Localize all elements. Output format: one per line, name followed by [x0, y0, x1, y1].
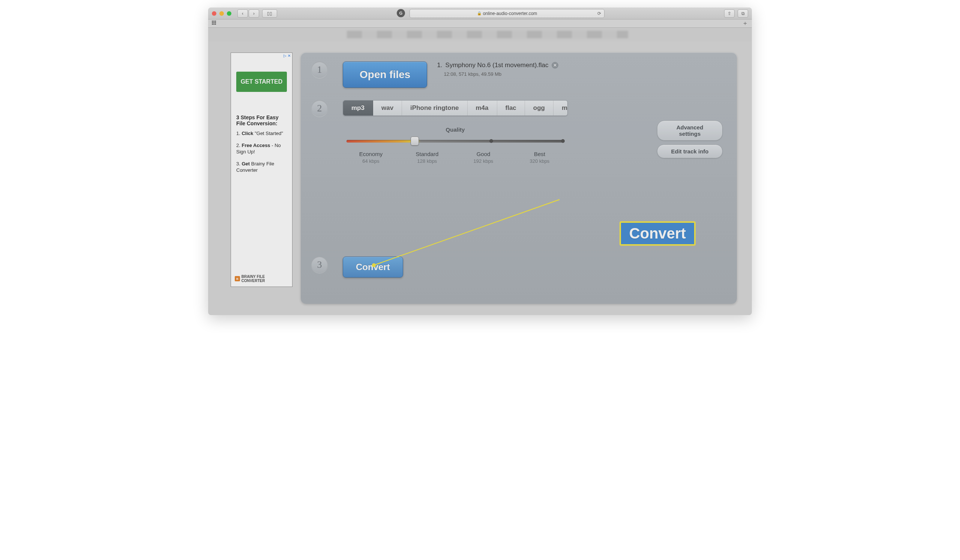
ad-copy: 3 Steps For Easy File Conversion: 1. Cli…	[235, 114, 288, 179]
quality-labels: Economy 64 kbps Standard 128 kbps Good 1…	[343, 151, 568, 164]
favorites-bar: ＋	[208, 19, 752, 28]
address-bar[interactable]: 🔒 online-audio-converter.com ⟳	[410, 9, 605, 18]
new-tab-button[interactable]: ＋	[742, 19, 748, 27]
back-button[interactable]: ‹	[237, 10, 248, 18]
format-tab-iphone[interactable]: iPhone ringtone	[402, 101, 467, 115]
quality-economy: Economy 64 kbps	[343, 151, 399, 164]
annotation-callout: Convert	[619, 221, 696, 246]
advanced-settings-button[interactable]: Advanced settings	[657, 120, 723, 141]
file-name: Symphony No.6 (1st movement).flac	[445, 61, 549, 69]
edit-track-info-button[interactable]: Edit track info	[657, 144, 723, 158]
ad-brand: B BRAINY FILE CONVERTER	[235, 275, 288, 283]
format-tabs: mp3 wav iPhone ringtone m4a flac ogg mor…	[343, 100, 568, 116]
step-3-row: 3 Convert	[304, 251, 734, 283]
lock-icon: 🔒	[477, 11, 482, 15]
open-files-button[interactable]: Open files	[343, 61, 427, 88]
nav-buttons: ‹ ›	[237, 10, 259, 18]
page-body: ▷ ✕ GET STARTED 3 Steps For Easy File Co…	[208, 41, 752, 315]
quality-good: Good 192 kbps	[455, 151, 512, 164]
convert-button[interactable]: Convert	[343, 256, 403, 278]
fullscreen-window-icon[interactable]	[227, 11, 231, 16]
format-tab-ogg[interactable]: ogg	[525, 101, 554, 115]
side-buttons: Advanced settings Edit track info	[657, 120, 723, 158]
minimize-window-icon[interactable]	[219, 11, 224, 16]
site-settings-icon[interactable]: G	[397, 9, 405, 17]
format-tab-more[interactable]: more ▲▼	[554, 101, 568, 115]
ad-cta-button[interactable]: GET STARTED	[236, 72, 287, 92]
quality-block: Quality Economy 64 kbps	[343, 126, 568, 164]
quality-standard: Standard 128 kbps	[399, 151, 455, 164]
slider-thumb[interactable]	[411, 136, 419, 146]
remove-file-icon[interactable]: ✕	[552, 62, 558, 69]
close-window-icon[interactable]	[212, 11, 216, 16]
format-tab-mp3[interactable]: mp3	[343, 101, 373, 115]
format-tab-wav[interactable]: wav	[373, 101, 402, 115]
converter-panel: 1 Open files 1. Symphony No.6 (1st movem…	[301, 53, 737, 304]
titlebar: ‹ › ▯▯ G 🔒 online-audio-converter.com ⟳ …	[208, 8, 752, 19]
step-3-number: 3	[311, 256, 328, 273]
url-text: online-audio-converter.com	[483, 11, 538, 16]
ad-step2: 2. Free Access - No Sign Up!	[236, 142, 287, 155]
blurred-header	[208, 28, 752, 41]
window-controls	[212, 11, 231, 16]
tabs-button[interactable]: ⧉	[738, 10, 748, 18]
step-1-row: 1 Open files 1. Symphony No.6 (1st movem…	[304, 56, 734, 94]
ad-step1: 1. Click "Get Started"	[236, 130, 287, 137]
format-tab-m4a[interactable]: m4a	[468, 101, 497, 115]
share-button[interactable]: ⇧	[724, 10, 734, 18]
ad-marker[interactable]: ▷ ✕	[283, 54, 291, 58]
quality-label: Quality	[343, 126, 568, 133]
quality-slider[interactable]	[343, 136, 568, 146]
ad-step3: 3. Get Brainy File Converter	[236, 160, 287, 174]
step-1-number: 1	[311, 61, 328, 78]
apps-grid-icon[interactable]	[212, 21, 218, 27]
format-tab-flac[interactable]: flac	[497, 101, 525, 115]
file-info: 1. Symphony No.6 (1st movement).flac ✕ 1…	[437, 61, 558, 77]
ad-brand-icon: B	[235, 276, 240, 281]
ad-heading: 3 Steps For Easy File Conversion:	[236, 114, 287, 126]
file-index: 1.	[437, 61, 442, 69]
safari-window: ‹ › ▯▯ G 🔒 online-audio-converter.com ⟳ …	[208, 8, 752, 315]
sidebar-toggle-button[interactable]: ▯▯	[262, 10, 277, 18]
reload-icon[interactable]: ⟳	[597, 11, 601, 16]
file-meta: 12:08, 571 kbps, 49.59 Mb	[444, 71, 558, 77]
step-2-number: 2	[311, 100, 328, 117]
quality-best: Best 320 kbps	[512, 151, 568, 164]
forward-button[interactable]: ›	[249, 10, 259, 18]
ad-sidebar: ▷ ✕ GET STARTED 3 Steps For Easy File Co…	[230, 53, 293, 287]
step-2-row: 2 mp3 wav iPhone ringtone m4a flac ogg m…	[304, 94, 734, 175]
